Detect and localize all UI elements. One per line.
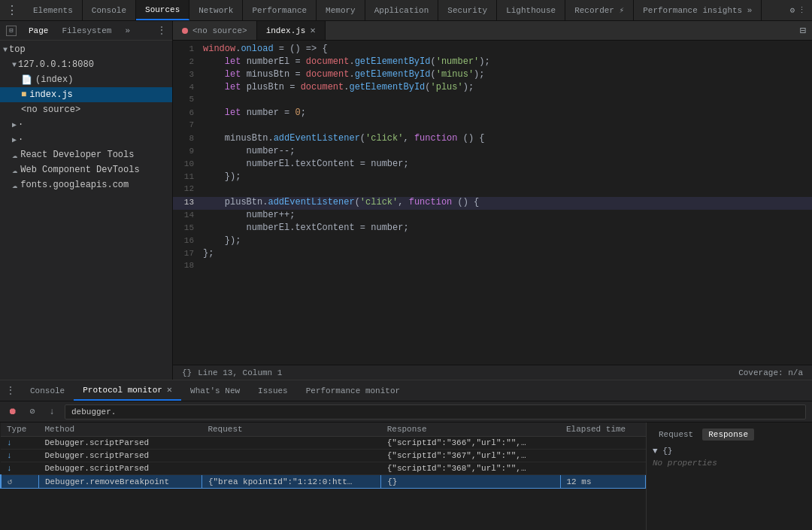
col-type: Type [1,422,39,437]
bottom-tab-console-label: Console [30,386,65,395]
editor-tab-index-js[interactable]: index.js ✕ [257,21,326,40]
tab-application[interactable]: Application [365,0,439,20]
right-tab-request[interactable]: Request [653,429,699,441]
filter-input[interactable] [65,404,806,419]
tree-label-dot2: · [18,135,23,145]
tab-network[interactable]: Network [189,0,243,20]
editor-tab-no-source[interactable]: <no source> [173,21,257,40]
right-tab-response[interactable]: Response [702,429,754,441]
tree-item-no-source[interactable]: <no source> [0,102,172,117]
record-button[interactable]: ⏺ [6,405,20,419]
code-line-14: 14 number++; [173,210,812,223]
col-method: Method [39,422,202,437]
tree-label-react-devtools: React Developer Tools [20,150,134,160]
tab-lighthouse[interactable]: Lighthouse [497,0,565,20]
page-icon: 📄 [21,74,32,86]
tree-item-top[interactable]: ▼ top [0,42,172,57]
editor-tab-bar: <no source> index.js ✕ ⊟ [173,21,812,41]
tree-item-index[interactable]: 📄 (index) [0,72,172,87]
status-bar: {} Line 13, Column 1 Coverage: n/a [173,365,812,380]
bottom-tab-protocol-label: Protocol monitor [83,386,162,395]
bottom-panel-dots[interactable]: ⋮ [0,385,21,396]
clear-button[interactable]: ⊘ [26,405,39,419]
sidebar-tab-more[interactable]: » [120,25,135,37]
cell-method: Debugger.scriptParsed [39,462,202,475]
sidebar: ⊟ Page Filesystem » ⋮ ▼ top ▼ 127.0.0.1:… [0,21,173,380]
main-area: ⊟ Page Filesystem » ⋮ ▼ top ▼ 127.0.0.1:… [0,21,812,380]
tree-item-dot2[interactable]: ▶ · [0,132,172,147]
code-line-8: 8 minusBtn.addEventListener('click', fun… [173,133,812,146]
code-editor[interactable]: 1 window.onload = () => { 2 let numberEl… [173,41,812,365]
code-line-13: 13 plusBtn.addEventListener('click', fun… [173,197,812,210]
bottom-panel: ⋮ Console Protocol monitor ✕ What's New … [0,380,812,530]
code-line-3: 3 let minusBtn = document.getElementById… [173,69,812,82]
menu-dots[interactable]: ⋮ [0,3,24,18]
sidebar-tab-filesystem[interactable]: Filesystem [57,25,116,37]
top-tab-bar: ⋮ Elements Console Sources Network Perfo… [0,0,812,21]
chevron-right-icon-1: ▶ [12,120,17,129]
code-line-10: 10 numberEl.textContent = number; [173,159,812,171]
bottom-tab-performance-monitor[interactable]: Performance monitor [297,380,409,401]
tree-label-host: 127.0.0.1:8080 [18,59,94,70]
code-line-6: 6 let number = 0; [173,108,812,120]
download-button[interactable]: ↓ [45,405,59,419]
tree-item-react-devtools[interactable]: ☁ React Developer Tools [0,147,172,162]
bottom-tab-issues-label: Issues [258,386,288,395]
cloud-icon-fonts: ☁ [12,180,17,191]
code-line-9: 9 number--; [173,146,812,159]
more-options-icon[interactable]: ⋮ [798,5,806,15]
cell-type: ↓ [1,437,39,450]
editor-expand-button[interactable]: ⊟ [794,24,812,37]
cell-request [201,450,380,462]
bottom-tab-console[interactable]: Console [21,380,74,401]
bottom-tab-perf-monitor-label: Performance monitor [306,386,400,395]
code-line-18: 18 [173,261,812,274]
tab-sources[interactable]: Sources [136,0,189,20]
protocol-monitor-right-panel: Request Response ▼ {} No properties [647,422,812,530]
tree-item-dot1[interactable]: ▶ · [0,117,172,132]
table-row[interactable]: ↓ Debugger.scriptParsed {"scriptId":"366… [1,437,646,450]
right-panel-tabs: Request Response [653,429,806,441]
code-line-17: 17 }; [173,248,812,261]
tree-item-host[interactable]: ▼ 127.0.0.1:8080 [0,57,172,72]
sidebar-toggle[interactable]: ⊟ [6,26,17,36]
tree-item-webcomp-devtools[interactable]: ☁ Web Component DevTools [0,162,172,177]
code-line-7: 7 [173,120,812,133]
tree-item-index-js[interactable]: ■ index.js [0,87,172,102]
editor-tab-no-source-label: <no source> [192,26,247,35]
bottom-tab-protocol-close-icon[interactable]: ✕ [167,384,172,395]
table-row[interactable]: ↓ Debugger.scriptParsed {"scriptId":"367… [1,450,646,462]
tree-label-fonts: fonts.googleapis.com [20,180,129,190]
format-icon[interactable]: {} [182,368,192,377]
tree-item-fonts[interactable]: ☁ fonts.googleapis.com [0,177,172,192]
tab-memory[interactable]: Memory [317,0,365,20]
tree-label-no-source: <no source> [21,104,80,115]
tree-label-index-js: index.js [29,89,73,100]
tab-elements[interactable]: Elements [24,0,83,20]
protocol-monitor-content: Type Method Request Response Elapsed tim… [0,422,812,530]
json-brace: ▼ {} [653,447,806,456]
tab-performance-insights[interactable]: Performance insights » [634,0,762,20]
tree-label-dot1: · [18,120,23,130]
code-line-12: 12 [173,184,812,197]
sidebar-tab-page[interactable]: Page [24,25,53,37]
tab-performance[interactable]: Performance [243,0,317,20]
cell-response: {"scriptId":"368","url":"",… [381,462,560,475]
tab-recorder[interactable]: Recorder ⚡ [565,0,634,20]
tab-security[interactable]: Security [438,0,497,20]
top-tabs-right: ⚙ ⋮ [789,5,812,15]
bottom-tab-protocol-monitor[interactable]: Protocol monitor ✕ [74,380,181,401]
settings-icon[interactable]: ⚙ [789,5,795,15]
error-dot-icon [182,28,188,34]
cell-method: Debugger.scriptParsed [39,450,202,462]
cell-request [201,437,380,450]
editor-tab-close-icon[interactable]: ✕ [310,25,315,36]
sidebar-more-menu[interactable]: ⋮ [157,25,166,36]
coverage-status: Coverage: n/a [738,368,803,377]
protocol-monitor-table: Type Method Request Response Elapsed tim… [0,422,647,530]
tab-console[interactable]: Console [83,0,136,20]
bottom-tab-whats-new[interactable]: What's New [181,380,249,401]
table-row-highlighted[interactable]: ↺ Debugger.removeBreakpoint {"brea kpoin… [1,475,646,489]
bottom-tab-issues[interactable]: Issues [249,380,297,401]
table-row[interactable]: ↓ Debugger.scriptParsed {"scriptId":"368… [1,462,646,475]
